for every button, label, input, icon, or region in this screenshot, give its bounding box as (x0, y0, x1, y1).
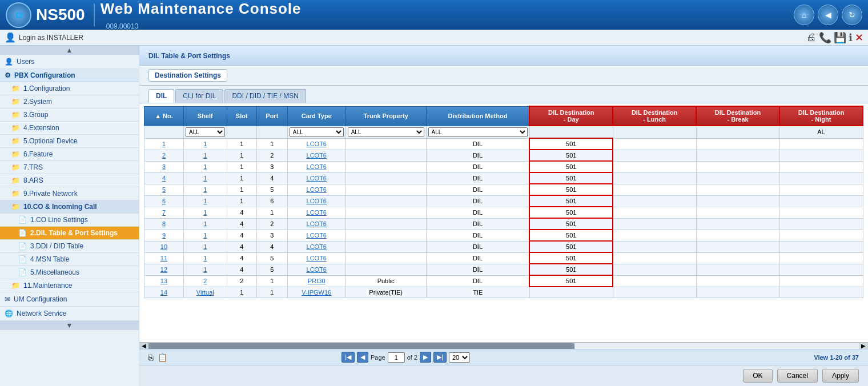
next-page-button[interactable]: ▶ (420, 352, 431, 363)
sidebar-sub-co-line[interactable]: 📄 1.CO Line Settings (0, 214, 139, 227)
dil-break-cell[interactable] (696, 252, 779, 264)
dil-break-cell[interactable] (696, 138, 779, 150)
row-card[interactable]: LCOT6 (287, 195, 345, 207)
dil-break-cell[interactable] (696, 184, 779, 195)
row-card[interactable]: V-IPGW16 (287, 287, 345, 297)
dil-day-cell[interactable]: 501 (529, 150, 613, 161)
dil-lunch-cell[interactable] (613, 252, 696, 264)
dil-lunch-cell[interactable] (613, 241, 696, 252)
row-no[interactable]: 14 (144, 287, 184, 297)
dil-lunch-cell[interactable] (613, 184, 696, 195)
filter-dist[interactable]: ALL (426, 126, 529, 138)
sidebar-item-co-incoming[interactable]: 📁 10.CO & Incoming Call (0, 200, 139, 214)
dil-lunch-cell[interactable] (613, 207, 696, 218)
dil-day-cell[interactable]: 501 (529, 172, 613, 184)
sidebar-sub-misc[interactable]: 📄 5.Miscellaneous (0, 266, 139, 279)
row-no[interactable]: 11 (144, 252, 184, 264)
ok-button[interactable]: OK (743, 369, 772, 383)
dil-day-cell[interactable]: 501 (529, 252, 613, 264)
dil-night-cell[interactable] (779, 172, 863, 184)
filter-card[interactable]: ALL (287, 126, 345, 138)
save-icon[interactable]: 💾 (834, 31, 846, 44)
filter-trunk[interactable]: ALL (345, 126, 426, 138)
sidebar-item-users[interactable]: 👤 Users (0, 55, 139, 69)
h-scroll-thumb[interactable] (148, 343, 574, 349)
dil-day-cell[interactable]: 501 (529, 184, 613, 195)
sidebar-item-feature[interactable]: 📁 6.Feature (0, 148, 139, 161)
dil-night-cell[interactable] (779, 195, 863, 207)
dil-lunch-cell[interactable] (613, 218, 696, 230)
row-card[interactable]: LCOT6 (287, 150, 345, 161)
sidebar-item-network[interactable]: 🌐 Network Service (0, 307, 139, 321)
dil-day-cell[interactable]: 501 (529, 241, 613, 252)
row-card[interactable]: LCOT6 (287, 252, 345, 264)
sidebar-item-system[interactable]: 📁 2.System (0, 95, 139, 108)
row-card[interactable]: LCOT6 (287, 172, 345, 184)
dist-filter-select[interactable]: ALL (428, 127, 528, 137)
row-card[interactable]: LCOT6 (287, 161, 345, 172)
dil-day-cell[interactable]: 501 (529, 195, 613, 207)
last-page-button[interactable]: ▶| (433, 352, 447, 363)
row-card[interactable]: LCOT6 (287, 230, 345, 241)
dil-night-cell[interactable] (779, 264, 863, 275)
dil-lunch-cell[interactable] (613, 138, 696, 150)
row-no[interactable]: 7 (144, 207, 184, 218)
home-button[interactable]: ⌂ (794, 5, 814, 25)
dil-lunch-cell[interactable] (613, 195, 696, 207)
dil-break-cell[interactable] (696, 172, 779, 184)
dil-break-cell[interactable] (696, 275, 779, 287)
dil-break-cell[interactable] (696, 218, 779, 230)
sidebar-item-configuration[interactable]: 📁 1.Configuration (0, 82, 139, 95)
h-scroll-left[interactable]: ◀ (139, 343, 148, 349)
h-scroll-track[interactable] (148, 343, 859, 349)
sidebar-sub-msn[interactable]: 📄 4.MSN Table (0, 253, 139, 266)
sidebar-scroll-down[interactable]: ▼ (0, 321, 139, 330)
phone-icon[interactable]: 📞 (819, 31, 831, 44)
dil-lunch-cell[interactable] (613, 161, 696, 172)
paste-icon[interactable]: 📋 (158, 353, 167, 362)
dil-day-cell[interactable]: 501 (529, 275, 613, 287)
filter-shelf[interactable]: ALL (183, 126, 227, 138)
dil-lunch-cell[interactable] (613, 287, 696, 297)
row-no[interactable]: 6 (144, 195, 184, 207)
trunk-filter-select[interactable]: ALL (348, 127, 424, 137)
first-page-button[interactable]: |◀ (341, 352, 355, 363)
row-card[interactable]: PRI30 (287, 275, 345, 287)
destination-settings-button[interactable]: Destination Settings (148, 69, 227, 82)
dil-day-cell[interactable]: 501 (529, 161, 613, 172)
tab-dil[interactable]: DIL (148, 89, 174, 103)
sidebar-item-trs[interactable]: 📁 7.TRS (0, 161, 139, 174)
dil-break-cell[interactable] (696, 264, 779, 275)
h-scrollbar[interactable]: ◀ ▶ (139, 342, 868, 349)
row-card[interactable]: LCOT6 (287, 184, 345, 195)
dil-break-cell[interactable] (696, 150, 779, 161)
row-card[interactable]: LCOT6 (287, 207, 345, 218)
refresh-button[interactable]: ↻ (842, 5, 862, 25)
dil-night-cell[interactable] (779, 230, 863, 241)
dil-night-cell[interactable] (779, 252, 863, 264)
sidebar-item-private-network[interactable]: 📁 9.Private Network (0, 187, 139, 200)
row-no[interactable]: 5 (144, 184, 184, 195)
row-no[interactable]: 3 (144, 161, 184, 172)
row-no[interactable]: 8 (144, 218, 184, 230)
dil-lunch-cell[interactable] (613, 230, 696, 241)
dil-day-cell[interactable]: 501 (529, 138, 613, 150)
dil-break-cell[interactable] (696, 161, 779, 172)
dil-night-cell[interactable] (779, 207, 863, 218)
dil-break-cell[interactable] (696, 241, 779, 252)
row-no[interactable]: 13 (144, 275, 184, 287)
sidebar-item-maintenance[interactable]: 📁 11.Maintenance (0, 279, 139, 292)
dil-day-cell[interactable]: 501 (529, 207, 613, 218)
dil-day-cell[interactable]: 501 (529, 230, 613, 241)
sidebar-sub-dil-table[interactable]: 📄 2.DIL Table & Port Settings (0, 227, 139, 240)
sidebar-item-group[interactable]: 📁 3.Group (0, 108, 139, 122)
dil-lunch-cell[interactable] (613, 275, 696, 287)
dil-lunch-cell[interactable] (613, 172, 696, 184)
dil-night-cell[interactable] (779, 184, 863, 195)
info-icon[interactable]: ℹ (849, 31, 853, 44)
row-card[interactable]: LCOT6 (287, 264, 345, 275)
row-card[interactable]: LCOT6 (287, 241, 345, 252)
dil-lunch-cell[interactable] (613, 150, 696, 161)
per-page-select[interactable]: 20 (449, 352, 470, 363)
dil-night-cell[interactable] (779, 275, 863, 287)
